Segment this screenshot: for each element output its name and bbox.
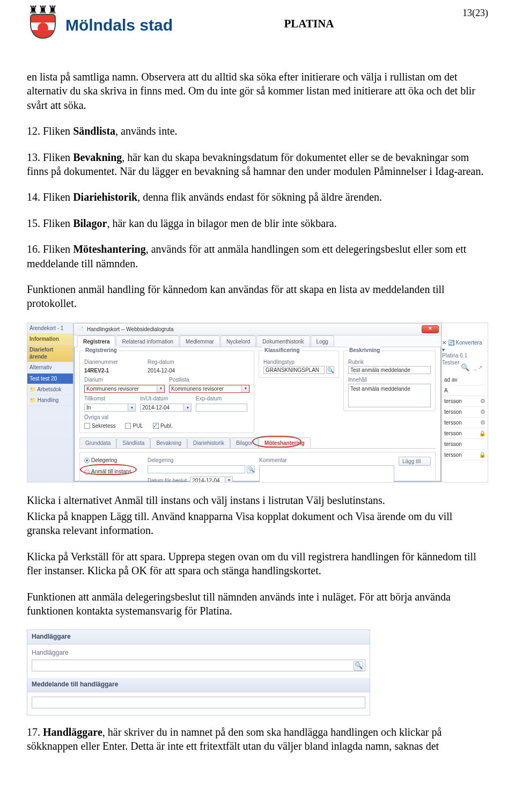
chevron-down-icon: ▾ xyxy=(225,477,232,482)
search-icon[interactable]: 🔍 xyxy=(461,363,469,372)
group-klassificering: Klassificering xyxy=(262,347,302,354)
subtab-bevakning[interactable]: Bevakning xyxy=(150,437,187,448)
para-13: 13. Fliken Bevakning, här kan du skapa b… xyxy=(27,150,488,179)
sidebar-handling[interactable]: 📁 Handling xyxy=(27,395,73,406)
right-panel: ✕ 🔄 Konvertera ▾ Platina 6.1 Testser 🔍 _… xyxy=(442,323,488,482)
para-17: 17. Handläggare, här skriver du in namne… xyxy=(27,725,488,754)
chevron-down-icon: ▾ xyxy=(183,404,191,411)
sidebar-alternativ: Alternativ xyxy=(27,362,73,373)
lock-icon: 🔒 xyxy=(479,452,485,458)
list-item[interactable]: tersson 🔒 xyxy=(444,428,485,439)
inutdatum-input[interactable]: 2014-12-04▾ xyxy=(140,404,192,412)
brand-name: Mölndals stad xyxy=(65,16,173,34)
list-item[interactable]: tersson xyxy=(444,439,485,450)
arendekort-sidebar: Ärendekort - 1 Information Diariefort är… xyxy=(27,323,73,482)
chevron-down-icon: ▾ xyxy=(241,385,249,392)
tillkomst-select[interactable]: In▾ xyxy=(84,404,136,412)
sidebar-test[interactable]: Test test 20 xyxy=(27,374,73,384)
chevron-down-icon: ▾ xyxy=(128,404,135,411)
list-item[interactable]: tersson⚙ xyxy=(444,418,485,428)
para-click2: Klicka på knappen Lägg till. Använd knap… xyxy=(27,509,488,538)
screenshot-handlingskort: Ärendekort - 1 Information Diariefort är… xyxy=(27,323,488,482)
para-16: 16. Fliken Möteshantering, används för a… xyxy=(27,242,488,270)
tab-dokumenthistorik[interactable]: Dokumenthistorik xyxy=(256,335,310,347)
section-header-handlaggare: Handläggare xyxy=(27,630,370,645)
gear-icon: ⚙ xyxy=(480,408,485,415)
chk-sekretess[interactable]: Sekretess xyxy=(84,422,115,429)
para-15: 15. Fliken Bilagor, här kan du lägga in … xyxy=(27,216,488,230)
expdatum-input[interactable] xyxy=(196,404,247,412)
datum-for-beslut-input[interactable]: 2014-12-04▾ xyxy=(190,477,233,482)
top-tabs: Registrera Relaterad information Medlemm… xyxy=(74,335,441,347)
postlista-select[interactable]: Kommunens revisorer▾ xyxy=(169,385,249,393)
lagg-till-button[interactable]: Lägg till xyxy=(399,457,431,466)
list-item[interactable]: tersson 🔒 xyxy=(444,450,485,460)
list-item[interactable]: tersson ⚙ xyxy=(444,407,485,418)
chevron-down-icon: ▾ xyxy=(157,385,164,392)
tab-relaterad[interactable]: Relaterad information xyxy=(116,335,179,347)
tab-nyckelord[interactable]: Nyckelord xyxy=(220,335,256,347)
label-handlaggare: Handläggare xyxy=(32,649,365,657)
crown-icon: ♜♜♜ xyxy=(27,4,59,15)
dialog-title: Handlingskort -- Webbsidedialogruta xyxy=(87,326,174,333)
list-item[interactable]: tersson ⚙ xyxy=(444,396,485,407)
tab-medlemmar[interactable]: Medlemmar xyxy=(180,335,220,347)
para-verkstall: Klicka på Verkställ för att spara. Uppre… xyxy=(27,550,488,578)
subtab-sandlista[interactable]: Sändlista xyxy=(116,437,150,448)
handlaggare-input[interactable]: 🔍 xyxy=(32,660,365,671)
group-beskrivning: Beskrivning xyxy=(347,347,382,354)
delegering-input[interactable] xyxy=(148,465,245,473)
sidebar-info-tab[interactable]: Information xyxy=(27,334,73,345)
group-registrering: Registrering xyxy=(83,347,119,354)
para-12: 12. Fliken Sändlista, används inte. xyxy=(27,124,488,138)
para-14: 14. Fliken Diariehistorik, denna flik an… xyxy=(27,190,488,204)
chk-pul[interactable]: PUL xyxy=(125,422,143,429)
innehall-textarea[interactable]: Test anmäla meddelande xyxy=(348,384,431,407)
page-icon: 📄 xyxy=(77,326,84,333)
handlingstyp-input[interactable]: GRANSKNINGSPLAN xyxy=(263,366,325,374)
subtab-diariehistorik[interactable]: Diariehistorik xyxy=(187,437,230,448)
close-button[interactable]: ✕ xyxy=(422,325,439,333)
para-11-cont: en lista på samtliga namn. Observera att… xyxy=(27,70,488,112)
search-button[interactable]: 🔍 xyxy=(326,366,334,374)
konvertera-link[interactable]: ✕ 🔄 Konvertera ▾ xyxy=(442,339,484,353)
tab-registrera[interactable]: Registrera xyxy=(77,335,115,347)
section-header-meddelande: Meddelande till handläggare xyxy=(27,678,370,692)
molndal-crest: ♜♜♜ xyxy=(27,4,59,38)
meddelande-input[interactable] xyxy=(32,697,365,708)
arendekort-title: Ärendekort - 1 xyxy=(27,323,73,334)
gear-icon: ⚙ xyxy=(480,398,485,404)
tab-logg[interactable]: Logg xyxy=(311,335,334,347)
subtab-bilagor[interactable]: Bilagor xyxy=(230,437,259,448)
rubrik-input[interactable]: Test anmäla meddelande xyxy=(348,366,431,374)
page-number: 13(23) xyxy=(445,8,488,19)
para-fn: Funktionen anmäl handling för kännedom k… xyxy=(27,282,488,311)
shield-icon xyxy=(30,14,56,39)
lock-icon: 🔒 xyxy=(479,430,485,436)
regdatum-value: 2014-12-04 xyxy=(148,367,207,374)
radio-anmal-till-instans[interactable]: Anmäl till instans xyxy=(84,468,143,475)
search-button[interactable]: 🔍 xyxy=(354,661,363,671)
subtab-grunddata[interactable]: Grunddata xyxy=(79,437,116,448)
diarienummer-value: 14REV2-1 xyxy=(84,367,143,374)
sidebar-diariefort[interactable]: Diariefort ärende xyxy=(27,345,73,362)
gear-icon: ⚙ xyxy=(480,419,485,426)
handlingskort-dialog: 📄 Handlingskort -- Webbsidedialogruta ✕ … xyxy=(73,323,442,482)
subtab-moteshantering[interactable]: Möteshantering xyxy=(259,437,310,448)
para-delegering-note: Funktionen att anmäla delegeringsbeslut … xyxy=(27,590,488,618)
kommentar-textarea[interactable] xyxy=(259,465,394,482)
screenshot-handlaggare: Handläggare Handläggare 🔍 Meddelande til… xyxy=(27,630,370,715)
search-button[interactable]: 🔍 xyxy=(247,465,255,473)
chk-publ[interactable]: Publ. xyxy=(153,422,173,429)
radio-delegering[interactable]: Delegering xyxy=(84,457,143,464)
diarium-select[interactable]: Kommunens revisorer▾ xyxy=(84,385,165,393)
para-click1: Klicka i alternativet Anmäl till instans… xyxy=(27,493,488,507)
sidebar-arbetsdok[interactable]: 📁 Arbetsdok xyxy=(27,384,73,395)
search-icon: 🔍 xyxy=(355,662,363,670)
document-title: PLATINA xyxy=(173,17,445,31)
